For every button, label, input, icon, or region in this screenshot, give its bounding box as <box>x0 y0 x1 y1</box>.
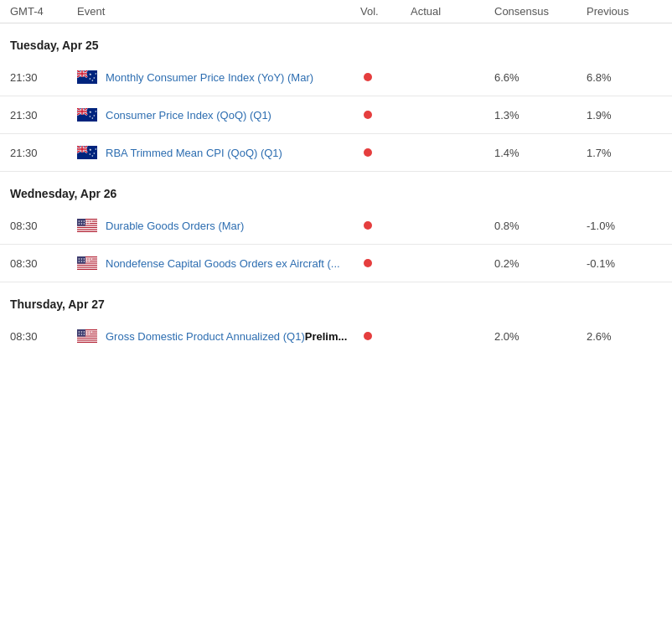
country-flag: ★ ★ ★ ★ ★ <box>77 70 97 84</box>
event-cell: ★ ★ ★ ★ ★ RBA Trimmed Mean CPI (QoQ) (Q1… <box>77 146 360 159</box>
svg-text:★: ★ <box>91 154 94 158</box>
country-flag: ★ ★ ★ ★ ★ <box>77 146 97 159</box>
event-cell: ★ ★ ★ ★ ★ Monthly Consumer Price Index (… <box>77 70 360 84</box>
event-time: 21:30 <box>10 109 77 122</box>
svg-rect-61 <box>77 268 97 269</box>
volatility-cell <box>360 148 411 157</box>
volatility-cell <box>360 221 411 230</box>
event-name[interactable]: Gross Domestic Product Annualized (Q1)Pr… <box>106 330 347 343</box>
volatility-cell <box>360 259 411 267</box>
volatility-cell <box>360 332 411 340</box>
country-flag: ★★★★★★ ★★★★★ <box>77 219 97 232</box>
consensus-value: 1.4% <box>494 147 587 159</box>
event-cell: ★★★★★★ ★★★★★ Nondefense Capital Goods Or… <box>77 256 360 270</box>
svg-text:★★★★★: ★★★★★ <box>78 260 90 263</box>
svg-rect-9 <box>77 73 87 75</box>
event-name[interactable]: Monthly Consumer Price Index (YoY) (Mar) <box>106 71 313 84</box>
event-name[interactable]: Nondefense Capital Goods Orders ex Aircr… <box>106 257 340 270</box>
svg-rect-39 <box>77 148 87 150</box>
table-row: 21:30 ★ ★ ★ ★ ★ RBA Trimmed Mean CPI (Qo… <box>0 134 672 172</box>
consensus-value: 6.6% <box>494 71 587 84</box>
col-vol-label: Vol. <box>360 5 411 18</box>
date-section-1: Wednesday, Apr 26 <box>0 172 672 207</box>
col-previous-label: Previous <box>587 5 662 18</box>
event-cell: ★★★★★★ ★★★★★ Gross Domestic Product Annu… <box>77 329 360 343</box>
svg-text:★: ★ <box>89 115 91 118</box>
col-actual-label: Actual <box>411 5 494 18</box>
previous-value: 1.9% <box>587 109 662 122</box>
volatility-cell <box>360 111 411 119</box>
svg-rect-49 <box>77 226 97 227</box>
previous-value: -0.1% <box>587 257 662 270</box>
svg-rect-60 <box>77 266 97 266</box>
table-row: 08:30 ★★★★★★ ★★★★★ Gross Domestic Produc… <box>0 318 672 354</box>
previous-value: -1.0% <box>587 220 662 232</box>
date-section-2: Thursday, Apr 27 <box>0 282 672 318</box>
country-flag: ★★★★★★ ★★★★★ <box>77 329 97 343</box>
previous-value: 6.8% <box>587 71 662 84</box>
event-time: 21:30 <box>10 147 77 159</box>
svg-text:★: ★ <box>91 116 94 120</box>
svg-text:★: ★ <box>89 72 92 76</box>
event-name[interactable]: RBA Trimmed Mean CPI (QoQ) (Q1) <box>106 147 282 159</box>
table-row: 08:30 ★★★★★★ ★★★★★ Durable Goods Orders … <box>0 207 672 245</box>
svg-rect-70 <box>77 339 97 339</box>
svg-rect-69 <box>77 337 97 338</box>
date-section-0: Tuesday, Apr 25 <box>0 23 672 59</box>
svg-text:★: ★ <box>89 147 92 152</box>
consensus-value: 0.2% <box>494 257 587 270</box>
svg-rect-71 <box>77 341 97 342</box>
table-row: 21:30 ★ ★ ★ ★ ★ Monthly Consumer Price I… <box>0 59 672 96</box>
event-name[interactable]: Durable Goods Orders (Mar) <box>106 220 244 232</box>
volatility-dot <box>364 111 372 119</box>
volatility-cell <box>360 73 411 81</box>
table-row: 08:30 ★★★★★★ ★★★★★ Nondefense Capital Go… <box>0 245 672 282</box>
volatility-dot <box>364 73 372 81</box>
table-header: GMT-4 Event Vol. Actual Consensus Previo… <box>0 0 672 23</box>
col-event-label: Event <box>77 5 360 18</box>
svg-text:★: ★ <box>95 110 97 113</box>
svg-text:★★★★★: ★★★★★ <box>78 222 90 225</box>
volatility-dot <box>364 221 372 230</box>
consensus-value: 2.0% <box>494 330 587 343</box>
svg-text:★: ★ <box>95 147 97 151</box>
svg-text:★★★★★: ★★★★★ <box>78 333 90 336</box>
svg-rect-59 <box>77 264 97 265</box>
volatility-dot <box>364 148 372 157</box>
consensus-value: 0.8% <box>494 220 587 232</box>
volatility-dot <box>364 259 372 267</box>
svg-text:★: ★ <box>89 77 91 80</box>
previous-value: 2.6% <box>587 330 662 343</box>
event-cell: ★ ★ ★ ★ ★ Consumer Price Index (QoQ) (Q1… <box>77 108 360 122</box>
consensus-value: 1.3% <box>494 109 587 122</box>
svg-text:★: ★ <box>95 72 97 75</box>
event-time: 21:30 <box>10 71 77 84</box>
col-consensus-label: Consensus <box>494 5 587 18</box>
event-cell: ★★★★★★ ★★★★★ Durable Goods Orders (Mar) <box>77 219 360 232</box>
economic-calendar-table: Tuesday, Apr 25 21:30 ★ ★ ★ ★ ★ Monthly … <box>0 23 672 354</box>
table-row: 21:30 ★ ★ ★ ★ ★ Consumer Price Index (Qo… <box>0 96 672 134</box>
svg-rect-50 <box>77 228 97 229</box>
svg-rect-51 <box>77 230 97 231</box>
svg-text:★: ★ <box>89 110 92 114</box>
event-time: 08:30 <box>10 220 77 232</box>
country-flag: ★ ★ ★ ★ ★ <box>77 108 97 122</box>
volatility-dot <box>364 332 372 340</box>
event-time: 08:30 <box>10 330 77 343</box>
country-flag: ★★★★★★ ★★★★★ <box>77 256 97 270</box>
col-gmt-label: GMT-4 <box>10 5 77 18</box>
svg-text:★: ★ <box>91 79 94 82</box>
event-time: 08:30 <box>10 257 77 270</box>
svg-rect-24 <box>77 111 87 112</box>
previous-value: 1.7% <box>587 147 662 159</box>
event-name[interactable]: Consumer Price Index (QoQ) (Q1) <box>106 109 271 122</box>
svg-text:★: ★ <box>89 153 91 156</box>
